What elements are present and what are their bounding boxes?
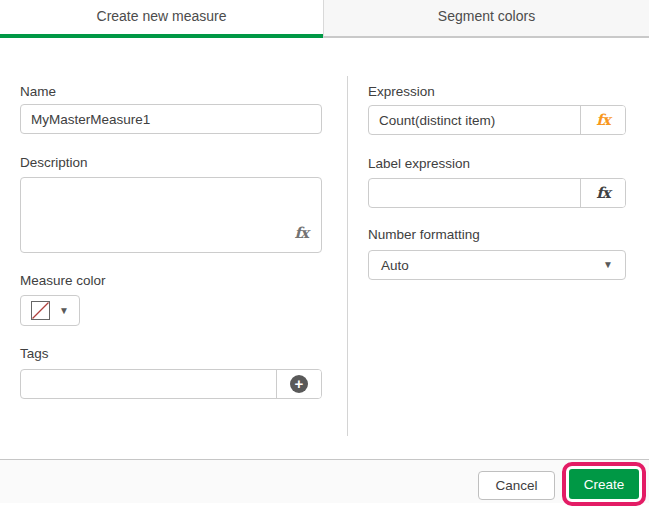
no-color-swatch-icon — [31, 301, 50, 320]
measure-color-chevron-down-icon: ▼ — [59, 306, 69, 316]
name-label: Name — [20, 84, 56, 100]
label-expression-fx-icon: fx — [596, 186, 609, 201]
description-label: Description — [20, 155, 88, 171]
tab-create-new-measure[interactable]: Create new measure — [0, 0, 323, 38]
description-textarea[interactable] — [20, 177, 322, 253]
add-tag-button[interactable]: + — [276, 370, 321, 398]
expression-fx-icon: fx — [596, 113, 609, 128]
tags-label: Tags — [20, 346, 49, 362]
expression-input-group: fx — [368, 105, 626, 135]
measure-color-label: Measure color — [20, 273, 106, 289]
create-button[interactable]: Create — [569, 469, 639, 499]
column-divider — [347, 76, 348, 436]
tab-create-new-measure-label: Create new measure — [97, 8, 227, 24]
measure-color-dropdown[interactable]: ▼ — [20, 295, 80, 326]
number-formatting-label: Number formatting — [368, 227, 480, 243]
number-formatting-dropdown[interactable]: Auto ▼ — [368, 250, 626, 280]
dialog-footer: Cancel Create — [0, 459, 649, 503]
tab-bar: Create new measure Segment colors — [0, 0, 649, 38]
label-expression-editor-button[interactable]: fx — [580, 179, 625, 207]
label-expression-input[interactable] — [369, 179, 580, 207]
description-field-wrap: fx — [20, 177, 322, 253]
click-highlight-annotation: Create — [562, 462, 646, 506]
plus-circle-icon: + — [290, 375, 308, 393]
number-formatting-value: Auto — [381, 258, 409, 273]
label-expression-label: Label expression — [368, 156, 470, 172]
expression-label: Expression — [368, 84, 435, 100]
tab-segment-colors[interactable]: Segment colors — [323, 0, 649, 38]
name-input[interactable] — [20, 104, 322, 134]
cancel-button[interactable]: Cancel — [478, 471, 555, 500]
tags-input[interactable] — [21, 370, 276, 398]
number-formatting-chevron-down-icon: ▼ — [603, 260, 613, 270]
tags-input-group: + — [20, 369, 322, 399]
label-expression-input-group: fx — [368, 178, 626, 208]
expression-input[interactable] — [369, 106, 580, 134]
expression-editor-button[interactable]: fx — [580, 106, 625, 134]
tab-segment-colors-label: Segment colors — [438, 8, 535, 24]
